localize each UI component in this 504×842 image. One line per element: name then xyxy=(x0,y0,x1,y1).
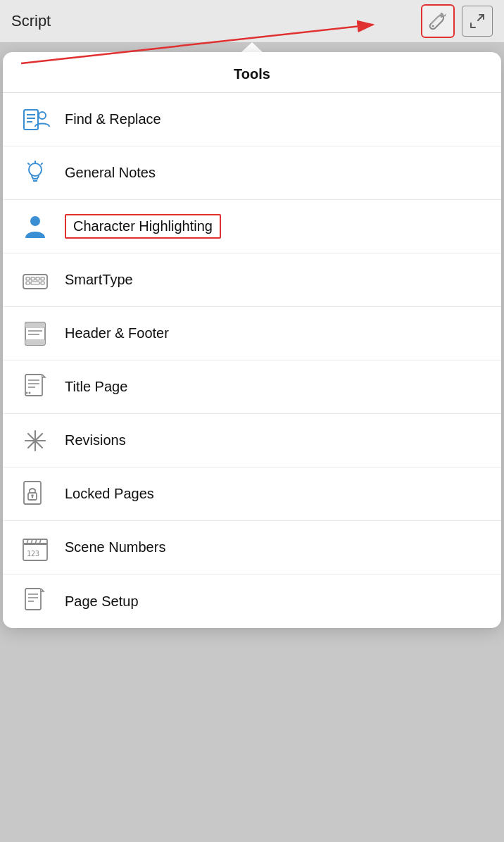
svg-rect-24 xyxy=(41,282,44,284)
menu-item-title-page[interactable]: Title Page xyxy=(3,360,501,414)
svg-rect-26 xyxy=(25,322,45,328)
menu-item-locked-pages[interactable]: Locked Pages xyxy=(3,467,501,521)
title-page-icon xyxy=(17,372,53,403)
general-notes-label: General Notes xyxy=(65,165,156,181)
app-header: Script xyxy=(0,0,504,42)
revisions-label: Revisions xyxy=(65,432,126,448)
menu-item-general-notes[interactable]: General Notes xyxy=(3,146,501,200)
svg-point-9 xyxy=(39,112,46,119)
svg-point-35 xyxy=(29,391,31,394)
dropdown-caret-svg xyxy=(241,42,263,52)
page-setup-label: Page Setup xyxy=(65,593,139,610)
menu-item-revisions[interactable]: Revisions xyxy=(3,414,501,467)
menu-item-character-highlighting[interactable]: Character Highlighting xyxy=(3,200,501,253)
svg-rect-19 xyxy=(31,277,34,280)
header-icons xyxy=(421,4,493,38)
expand-icon xyxy=(469,13,486,30)
expand-button[interactable] xyxy=(462,6,493,37)
smarttype-icon xyxy=(17,265,53,296)
svg-line-15 xyxy=(42,163,43,165)
menu-item-header-footer[interactable]: Header & Footer xyxy=(3,307,501,360)
header-footer-label: Header & Footer xyxy=(65,325,169,341)
scene-numbers-icon: 123 xyxy=(17,532,53,563)
locked-pages-label: Locked Pages xyxy=(65,486,154,502)
svg-marker-4 xyxy=(241,42,263,52)
revisions-icon xyxy=(17,425,53,456)
svg-rect-18 xyxy=(26,277,30,280)
svg-rect-43 xyxy=(32,496,33,498)
wrench-button[interactable] xyxy=(421,4,455,38)
panel-title: Tools xyxy=(3,52,501,93)
locked-pages-icon xyxy=(17,479,53,510)
wrench-icon xyxy=(428,11,448,31)
svg-rect-51 xyxy=(25,589,41,610)
svg-text:123: 123 xyxy=(27,550,39,558)
page-setup-icon xyxy=(17,586,53,617)
find-replace-icon xyxy=(17,104,53,135)
svg-point-16 xyxy=(30,216,40,226)
find-replace-label: Find & Replace xyxy=(65,111,161,127)
svg-rect-21 xyxy=(41,277,44,280)
svg-line-1 xyxy=(478,15,484,20)
dropdown-caret-container xyxy=(3,42,501,52)
character-highlighting-icon xyxy=(17,211,53,242)
tools-dropdown-panel: Tools Find & Replace xyxy=(3,52,501,628)
general-notes-icon xyxy=(17,158,53,189)
svg-point-34 xyxy=(26,391,28,394)
menu-item-find-replace[interactable]: Find & Replace xyxy=(3,93,501,146)
menu-item-scene-numbers[interactable]: 123 Scene Numbers xyxy=(3,521,501,574)
title-page-label: Title Page xyxy=(65,379,127,395)
tools-menu-list: Find & Replace General Notes xyxy=(3,93,501,628)
svg-line-14 xyxy=(28,163,30,165)
svg-point-10 xyxy=(29,163,42,176)
svg-rect-27 xyxy=(25,339,45,345)
svg-rect-30 xyxy=(25,375,42,396)
svg-rect-23 xyxy=(31,282,39,284)
svg-rect-20 xyxy=(36,277,39,280)
smarttype-label: SmartType xyxy=(65,272,133,288)
menu-item-smarttype[interactable]: SmartType xyxy=(3,253,501,307)
app-title: Script xyxy=(11,12,51,30)
header-footer-icon xyxy=(17,318,53,349)
character-highlighting-label: Character Highlighting xyxy=(65,214,221,239)
menu-item-page-setup[interactable]: Page Setup xyxy=(3,574,501,628)
svg-rect-22 xyxy=(26,282,30,284)
svg-point-0 xyxy=(432,25,434,27)
scene-numbers-label: Scene Numbers xyxy=(65,539,165,555)
